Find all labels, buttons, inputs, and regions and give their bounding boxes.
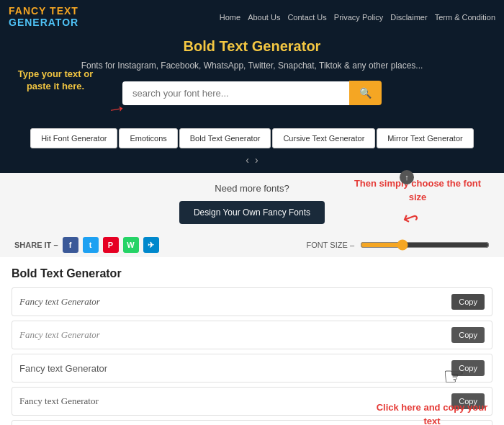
font-size-slider[interactable] xyxy=(360,239,490,251)
btn-bold-text[interactable]: Bold Text Generator xyxy=(179,128,271,148)
btn-mirror[interactable]: Mirror Text Generator xyxy=(377,128,473,148)
btg-title: Bold Text Generator xyxy=(12,267,492,280)
nav-terms[interactable]: Term & Condition xyxy=(435,13,495,22)
nav-contact[interactable]: Contact Us xyxy=(287,13,326,22)
nav-home[interactable]: Home xyxy=(220,13,240,22)
logo-line1: FANCY TEXT xyxy=(9,6,78,17)
font-preview-3: Fancy text Generator xyxy=(19,363,107,374)
nav-disclaimer[interactable]: Disclaimer xyxy=(390,13,427,22)
btn-hit-font[interactable]: Hit Font Generator xyxy=(30,128,117,148)
copy-button-2[interactable]: Copy xyxy=(451,327,485,343)
curved-arrow-icon: ↩ xyxy=(399,205,421,231)
whatsapp-share-icon[interactable]: W xyxy=(123,237,139,253)
search-input[interactable] xyxy=(122,81,349,105)
font-preview-4: Fancy text Generator xyxy=(19,395,99,407)
hero-title: Bold Text Generator xyxy=(14,38,490,55)
share-label: SHARE IT – xyxy=(14,241,58,249)
logo-line2: GENERATOR xyxy=(9,17,78,28)
nav-scroll-arrows: ‹ › xyxy=(0,151,504,173)
share-section: SHARE IT – f t P W ✈ xyxy=(14,237,159,253)
search-button[interactable]: 🔍 xyxy=(349,81,382,105)
need-more-text: Need more fonts? xyxy=(215,183,289,194)
design-own-button[interactable]: Design Your Own Fancy Fonts xyxy=(179,201,325,224)
chevron-left-icon[interactable]: ‹ xyxy=(246,154,249,166)
btn-emoticons[interactable]: Emoticons xyxy=(119,128,177,148)
nav-privacy[interactable]: Privacy Policy xyxy=(334,13,383,22)
font-size-label: FONT SIZE – xyxy=(307,241,354,249)
annotation-copy-text: Click here and copy your text xyxy=(367,401,497,425)
btn-cursive[interactable]: Cursive Text Generator xyxy=(272,128,375,148)
font-preview-1: Fancy text Generator xyxy=(19,296,100,308)
font-size-section: FONT SIZE – xyxy=(307,239,490,251)
nav-about[interactable]: About Us xyxy=(248,13,280,22)
logo: FANCY TEXT GENERATOR xyxy=(9,6,78,28)
annotation-type-here: Type your text or paste it here. xyxy=(9,68,102,93)
share-font-row: SHARE IT – f t P W ✈ FONT SIZE – xyxy=(14,233,490,257)
btg-section: Bold Text Generator Fancy text Generator… xyxy=(0,257,504,425)
copy-button-3[interactable]: Copy xyxy=(451,360,485,376)
telegram-share-icon[interactable]: ✈ xyxy=(143,237,159,253)
font-row-3: Fancy text Generator Copy xyxy=(12,354,492,382)
pinterest-share-icon[interactable]: P xyxy=(103,237,119,253)
font-row-2: Fancy text Generator Copy xyxy=(12,321,492,349)
category-nav: Hit Font Generator Emoticons Bold Text G… xyxy=(0,120,504,151)
twitter-share-icon[interactable]: t xyxy=(83,237,99,253)
chevron-right-icon[interactable]: › xyxy=(255,154,258,166)
facebook-share-icon[interactable]: f xyxy=(63,237,78,253)
copy-button-1[interactable]: Copy xyxy=(451,294,485,310)
font-preview-2: Fancy text Generator xyxy=(19,329,100,341)
font-row-1: Fancy text Generator Copy xyxy=(12,287,492,316)
search-area: 🔍 xyxy=(122,81,382,105)
nav-links: Home About Us Contact Us Privacy Policy … xyxy=(220,13,495,22)
